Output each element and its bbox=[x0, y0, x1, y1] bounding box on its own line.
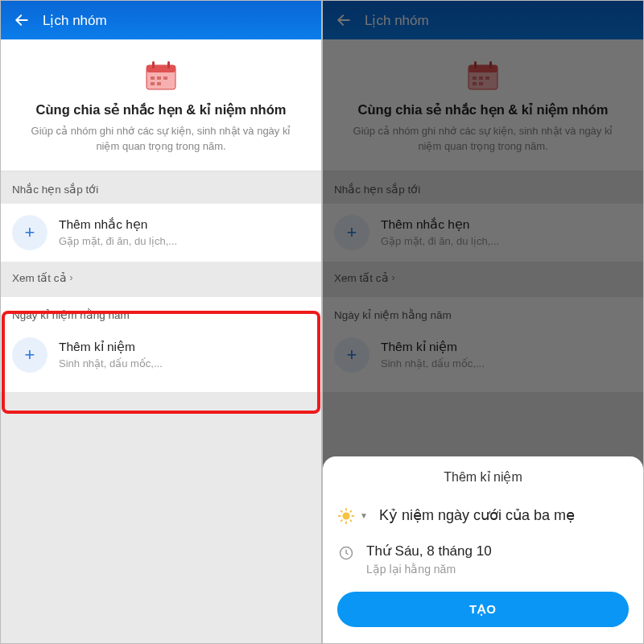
anniv-label: Ngày kỉ niệm hằng năm bbox=[12, 308, 310, 331]
svg-rect-1 bbox=[147, 65, 175, 72]
svg-rect-5 bbox=[157, 76, 161, 80]
add-anniv-sub: Sinh nhật, dấu mốc,... bbox=[59, 357, 163, 369]
add-reminder-sub: Gặp mặt, đi ăn, du lịch,... bbox=[59, 235, 177, 247]
see-all-link[interactable]: Xem tất cả › bbox=[1, 262, 321, 297]
intro-subtitle: Giúp cả nhóm ghi nhớ các sự kiện, sinh n… bbox=[23, 124, 299, 155]
add-anniversary-bottom-sheet: Thêm kỉ niệm ▼ Kỷ niệm ngày cưới của ba … bbox=[323, 456, 643, 643]
caret-down-icon[interactable]: ▼ bbox=[360, 511, 368, 520]
svg-line-24 bbox=[350, 520, 351, 521]
event-date-row[interactable]: Thứ Sáu, 8 tháng 10 Lặp lại hằng năm bbox=[337, 536, 629, 587]
screen-add-anniversary-sheet: Lịch nhóm Cùng chia sẻ nhắc hẹn & kỉ niệ… bbox=[322, 0, 644, 644]
add-reminder-title: Thêm nhắc hẹn bbox=[59, 217, 177, 232]
event-repeat: Lặp lại hằng năm bbox=[366, 563, 492, 576]
event-name-row[interactable]: ▼ Kỷ niệm ngày cưới của ba mẹ bbox=[337, 499, 629, 536]
back-button[interactable] bbox=[12, 10, 31, 30]
header-title: Lịch nhóm bbox=[43, 12, 107, 29]
clock-icon bbox=[337, 544, 355, 562]
intro-card: Cùng chia sẻ nhắc hẹn & kỉ niệm nhóm Giú… bbox=[1, 39, 321, 171]
add-anniv-title: Thêm kỉ niệm bbox=[59, 340, 163, 354]
add-anniversary-card[interactable]: + Thêm kỉ niệm Sinh nhật, dấu mốc,... bbox=[12, 331, 310, 379]
anniversary-section: Ngày kỉ niệm hằng năm + Thêm kỉ niệm Sin… bbox=[1, 297, 321, 392]
create-button[interactable]: TẠO bbox=[337, 592, 629, 627]
plus-icon: + bbox=[12, 215, 47, 250]
intro-title: Cùng chia sẻ nhắc hẹn & kỉ niệm nhóm bbox=[23, 102, 299, 118]
plus-icon: + bbox=[12, 337, 47, 373]
svg-rect-7 bbox=[151, 82, 155, 85]
event-date: Thứ Sáu, 8 tháng 10 bbox=[366, 543, 492, 559]
upcoming-label: Nhắc hẹn sắp tới bbox=[1, 171, 321, 204]
calendar-icon bbox=[142, 57, 180, 96]
svg-rect-2 bbox=[152, 61, 155, 68]
svg-point-18 bbox=[342, 512, 349, 519]
svg-line-26 bbox=[350, 511, 351, 512]
app-header: Lịch nhóm bbox=[1, 1, 321, 39]
svg-rect-3 bbox=[167, 61, 170, 68]
svg-rect-6 bbox=[163, 76, 167, 80]
event-name-input[interactable]: Kỷ niệm ngày cưới của ba mẹ bbox=[379, 506, 575, 524]
chevron-right-icon: › bbox=[70, 272, 73, 283]
svg-rect-4 bbox=[151, 76, 155, 80]
sheet-title: Thêm kỉ niệm bbox=[337, 469, 629, 485]
screen-group-calendar: Lịch nhóm Cùng chia sẻ nhắc hẹn & kỉ niệ… bbox=[0, 0, 322, 644]
svg-line-25 bbox=[341, 520, 342, 521]
svg-rect-8 bbox=[157, 82, 161, 85]
svg-line-23 bbox=[341, 511, 342, 512]
add-reminder-card[interactable]: + Thêm nhắc hẹn Gặp mặt, đi ăn, du lịch,… bbox=[1, 204, 321, 262]
sun-icon bbox=[337, 507, 355, 525]
